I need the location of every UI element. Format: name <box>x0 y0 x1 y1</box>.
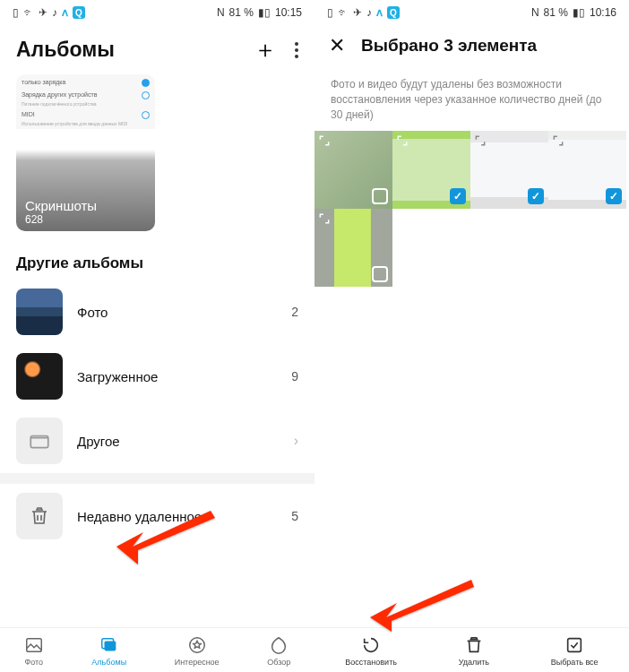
tiktok-icon: ♪ <box>52 6 57 19</box>
album-row-recently-deleted[interactable]: Недавно удаленное 5 <box>16 484 298 548</box>
leaf-icon <box>269 635 289 655</box>
album-title: Скриншоты <box>25 198 97 213</box>
restore-button[interactable]: Восстановить <box>345 635 397 667</box>
screen-recently-deleted: ▯ ᯤ ✈ ♪ ᴧ Q N 81 % ▮▯ 10:16 ✕ Выбрано 3 … <box>314 0 629 672</box>
svg-rect-3 <box>104 641 116 650</box>
deleted-photos-grid <box>314 131 629 287</box>
checkbox[interactable] <box>372 188 388 204</box>
screen-albums: ▯ ᯤ ✈ ♪ ᴧ Q N 81 % ▮▯ 10:15 Альбомы ＋ то… <box>0 0 314 672</box>
bottom-nav: Фото Альбомы Интересное Обзор <box>0 627 314 672</box>
page-title: Альбомы <box>16 38 115 62</box>
battery-icon: ▮▯ <box>258 6 271 19</box>
nfc-icon: N <box>217 6 225 19</box>
add-album-button[interactable]: ＋ <box>254 34 277 65</box>
star-icon <box>187 635 207 655</box>
folder-icon <box>16 418 63 464</box>
delete-button[interactable]: Удалить <box>459 635 489 667</box>
radio-icon <box>142 111 150 119</box>
photo-cell[interactable] <box>314 131 392 209</box>
radio-icon <box>142 79 150 87</box>
album-count: 628 <box>25 213 97 226</box>
wifi-icon: ᯤ <box>23 6 34 19</box>
albums-icon <box>99 635 119 655</box>
selection-title: Выбрано 3 элемента <box>361 36 537 56</box>
expand-icon <box>396 134 409 147</box>
deletion-notice: Фото и видео будут удалены без возможнос… <box>314 63 629 131</box>
select-all-icon <box>564 635 584 655</box>
badge-q-icon: Q <box>387 6 400 19</box>
clock: 10:16 <box>590 6 616 19</box>
expand-icon <box>552 134 564 147</box>
clock: 10:15 <box>275 6 302 19</box>
expand-icon <box>318 212 331 225</box>
app-icon: ᴧ <box>62 6 68 19</box>
status-bar: ▯ ᯤ ✈ ♪ ᴧ Q N 81 % ▮▯ 10:16 <box>314 0 629 25</box>
telegram-icon: ✈ <box>39 6 47 19</box>
more-menu-button[interactable] <box>295 42 298 58</box>
album-thumb-icon <box>16 353 63 400</box>
battery-icon: ▮▯ <box>573 6 585 19</box>
chevron-right-icon: › <box>294 433 298 449</box>
divider <box>0 473 314 484</box>
telegram-icon: ✈ <box>353 6 362 19</box>
badge-q-icon: Q <box>73 6 85 19</box>
album-row-other[interactable]: Другое › <box>16 409 298 473</box>
nav-photo[interactable]: Фото <box>24 635 44 667</box>
restore-icon <box>361 635 381 655</box>
battery-percent: 81 % <box>544 6 568 19</box>
photo-cell[interactable] <box>470 131 548 209</box>
sim-icon: ▯ <box>327 6 333 19</box>
photo-icon <box>24 635 44 655</box>
checkbox-checked[interactable] <box>528 188 544 204</box>
action-bar: Восстановить Удалить Выбрать все <box>314 627 629 672</box>
svg-marker-6 <box>370 580 474 632</box>
photo-cell[interactable] <box>548 131 626 209</box>
sim-icon: ▯ <box>13 6 19 19</box>
nfc-icon: N <box>531 6 539 19</box>
app-icon: ᴧ <box>376 6 383 19</box>
section-other-albums: Другие альбомы <box>0 231 314 280</box>
battery-percent: 81 % <box>229 6 254 19</box>
trash-icon <box>464 635 484 655</box>
tiktok-icon: ♪ <box>366 6 372 19</box>
album-row-downloaded[interactable]: Загруженное 9 <box>16 344 298 409</box>
expand-icon <box>318 134 331 147</box>
wifi-icon: ᯤ <box>338 6 349 19</box>
checkbox[interactable] <box>372 266 388 282</box>
album-row-photo[interactable]: Фото 2 <box>16 280 298 344</box>
photo-cell[interactable] <box>314 209 392 287</box>
nav-albums[interactable]: Альбомы <box>91 635 126 667</box>
nav-interesting[interactable]: Интересное <box>175 635 220 667</box>
album-thumb-icon <box>16 289 63 335</box>
checkbox-checked[interactable] <box>606 188 622 204</box>
photo-cell[interactable] <box>392 131 470 209</box>
albums-header: Альбомы ＋ <box>0 25 314 71</box>
trash-icon <box>16 493 63 539</box>
close-button[interactable]: ✕ <box>329 34 345 57</box>
nav-overview[interactable]: Обзор <box>267 635 290 667</box>
expand-icon <box>474 134 487 147</box>
selection-header: ✕ Выбрано 3 элемента <box>314 25 629 63</box>
status-bar: ▯ ᯤ ✈ ♪ ᴧ Q N 81 % ▮▯ 10:15 <box>0 0 314 25</box>
album-card-screenshots[interactable]: только зарядка Зарядка других устройств … <box>16 74 155 231</box>
radio-icon <box>142 91 150 99</box>
svg-rect-7 <box>568 639 582 652</box>
select-all-button[interactable]: Выбрать все <box>551 635 599 667</box>
checkbox-checked[interactable] <box>450 188 466 204</box>
svg-rect-2 <box>27 639 42 652</box>
